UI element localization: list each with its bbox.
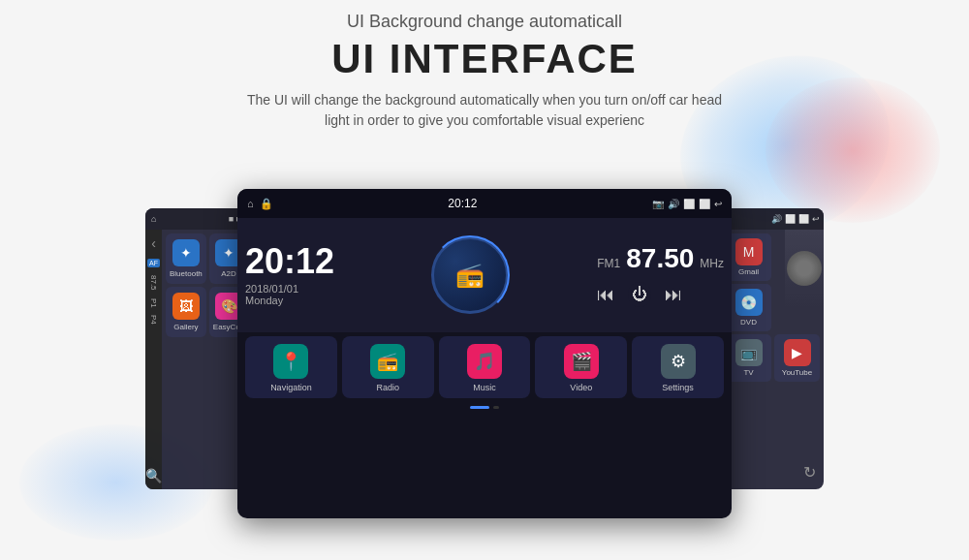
dot-inactive [493,406,499,409]
right-app-gmail[interactable]: M Gmail [726,233,771,281]
gmail-icon: M [735,238,763,265]
prev-track-icon[interactable]: ⏮ [597,285,614,305]
right-screen-icon: ⬜ [785,214,796,224]
lock-icon: 🔒 [260,198,273,210]
fm-unit: MHz [700,257,724,270]
main-status-bar: ⌂ 🔒 20:12 📷 🔊 ⬜ ⬜ ↩ [237,189,732,218]
left-p1: P1 [149,298,158,308]
left-side-screen: ⌂ ■ ■ ‹ AF 87.5 P1 P4 🔍 ✦ Bluetooth ✦ A2… [145,208,247,489]
tv-label: TV [743,368,753,377]
right-app-dvd[interactable]: 💿 DVD [726,284,771,331]
header-title: UI INTERFACE [0,36,969,82]
header-section: UI Background change automaticall UI INT… [0,0,969,131]
left-app-gallery[interactable]: 🖼 Gallery [166,287,206,337]
app-grid: 📍 Navigation 📻 Radio 🎵 Music 🎬 Video ⚙ S [237,332,732,402]
youtube-icon: ▶ [784,339,811,366]
left-af-badge: AF [147,259,160,267]
header-desc-line2: light in order to give you comfortable v… [325,112,644,128]
radio-circle[interactable]: 📻 [431,236,509,314]
refresh-icon[interactable]: ↻ [803,463,816,482]
clock-widget: 20:12 2018/01/01 Monday [245,226,342,325]
person-image [785,230,824,307]
screen-icon: ⬜ [683,199,695,209]
header-desc-line1: The UI will change the background automa… [247,92,722,108]
fm-widget: FM1 87.50 MHz ⏮ ⏻ ⏭ [597,226,724,325]
status-right: 📷 🔊 ⬜ ⬜ ↩ [652,199,722,209]
next-track-icon[interactable]: ⏭ [665,285,682,305]
left-nav-back[interactable]: ‹ [151,235,156,251]
fm-controls: ⏮ ⏻ ⏭ [597,282,724,307]
screens-container: ⌂ ■ ■ ‹ AF 87.5 P1 P4 🔍 ✦ Bluetooth ✦ A2… [0,189,969,518]
back-icon[interactable]: ↩ [714,199,722,209]
person-avatar [787,251,822,286]
video-label: Video [570,383,592,392]
dvd-label: DVD [740,318,757,327]
clock-day: Monday [245,295,342,306]
left-bluetooth-label: Bluetooth [170,269,203,278]
settings-icon: ⚙ [661,344,696,379]
fm-freq: 87.50 [626,243,694,274]
right-side-screen: 🔊 ⬜ ⬜ ↩ M Gmail 💿 DVD [722,208,824,489]
main-screen: ⌂ 🔒 20:12 📷 🔊 ⬜ ⬜ ↩ 20:12 2018/01/01 Mon… [237,189,732,518]
status-time: 20:12 [448,197,477,210]
left-fm-freq: 87.5 [149,275,158,291]
radio-label: Radio [376,383,399,392]
fm-label: FM1 [597,257,620,270]
cast-icon: ⬜ [699,199,710,209]
video-icon: 🎬 [564,344,599,379]
header-subtitle: UI Background change automaticall [0,12,969,32]
power-icon[interactable]: ⏻ [628,282,651,307]
left-search-icon[interactable]: 🔍 [145,468,162,483]
header-desc: The UI will change the background automa… [0,90,969,131]
nav-icon: 📍 [273,344,308,379]
dot-indicator [237,402,732,413]
left-bluetooth-icon: ✦ [172,239,200,266]
status-left: ⌂ 🔒 [247,198,273,210]
right-status-bar: 🔊 ⬜ ⬜ ↩ [722,208,824,230]
radio-icon: 📻 [455,262,484,289]
music-label: Music [473,383,496,392]
nav-label: Navigation [270,383,312,392]
radio-widget: 📻 [350,226,589,325]
widget-area: 20:12 2018/01/01 Monday 📻 FM1 87.50 MHz … [237,218,732,332]
clock-time: 20:12 [245,244,342,279]
volume-icon[interactable]: 🔊 [668,199,679,209]
left-gallery-label: Gallery [173,323,198,331]
left-a2dp-label: A2D [221,269,236,278]
left-home-icon: ⌂ [151,214,156,224]
tv-icon: 📺 [735,339,763,366]
left-p4: P4 [149,315,158,325]
app-settings[interactable]: ⚙ Settings [632,336,724,398]
app-radio[interactable]: 📻 Radio [342,336,434,398]
right-back-icon[interactable]: ↩ [812,214,820,224]
app-video[interactable]: 🎬 Video [535,336,627,398]
home-icon[interactable]: ⌂ [247,198,254,209]
youtube-label: YouTube [782,368,812,377]
right-volume-icon: 🔊 [771,214,782,224]
app-music[interactable]: 🎵 Music [439,336,531,398]
fm-info: FM1 87.50 MHz [597,243,724,274]
dot-active [470,406,489,409]
camera-icon: 📷 [652,199,664,209]
gmail-label: Gmail [738,267,759,276]
dvd-icon: 💿 [735,289,763,316]
right-app-youtube[interactable]: ▶ YouTube [774,334,820,382]
music-icon: 🎵 [467,344,502,379]
left-gallery-icon: 🖼 [172,293,200,320]
radio-app-icon: 📻 [370,344,405,379]
settings-label: Settings [662,383,694,392]
left-app-bluetooth[interactable]: ✦ Bluetooth [166,233,206,284]
right-app-tv[interactable]: 📺 TV [726,334,771,382]
app-navigation[interactable]: 📍 Navigation [245,336,337,398]
clock-date: 2018/01/01 [245,283,342,295]
right-cast-icon: ⬜ [798,214,809,224]
left-status-bar: ⌂ ■ ■ [145,208,247,230]
